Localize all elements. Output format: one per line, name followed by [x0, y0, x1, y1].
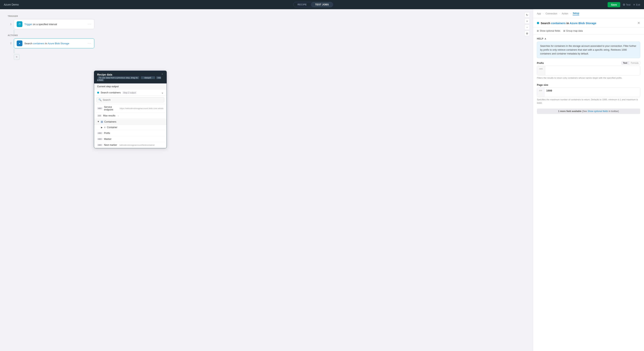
canvas-controls: ↻ + − ⊕: [524, 12, 530, 36]
prefix-type-tabs: Text Formula: [622, 61, 640, 65]
list-item[interactable]: ABC Service endpoint https://wktodevstor…: [94, 104, 166, 113]
page-size-input[interactable]: 1000: [544, 88, 640, 97]
main-layout: TRIGGER 1 ⏱ Trigger on a specified inter…: [0, 9, 644, 351]
recipe-search-box: 🔍: [94, 96, 166, 104]
list-item[interactable]: ABC Marker: [94, 136, 166, 142]
action-icon: ●: [17, 41, 22, 46]
panel-title-link[interactable]: containers: [551, 22, 566, 25]
item-name-prefix: Prefix: [104, 132, 110, 134]
prefix-text-tab[interactable]: Text: [622, 61, 629, 65]
item-name-container: Container: [107, 126, 117, 129]
item-name-service: Service endpoint: [104, 106, 118, 111]
list-item[interactable]: 123 Max results ↕: [94, 113, 166, 119]
connector-2: [14, 49, 14, 53]
tab-recipe[interactable]: RECIPE: [294, 2, 311, 7]
zoom-in-button[interactable]: +: [524, 19, 530, 24]
close-button[interactable]: ✕: [637, 21, 640, 25]
trigger-label: TRIGGER: [8, 15, 525, 17]
prefix-label-row: Prefix Text Formula: [537, 61, 640, 65]
item-name-marker: Marker: [104, 138, 112, 140]
refresh-button[interactable]: ↻: [524, 12, 530, 18]
prefix-formula-tab[interactable]: Formula: [629, 61, 640, 65]
topbar-actions: Save ✪ Test ✕ Exit: [608, 2, 640, 7]
current-step-label: Current step output: [94, 84, 166, 90]
close-icon: ✕: [633, 3, 635, 6]
show-optional-link[interactable]: ⊞ Show optional fields: [537, 30, 560, 32]
list-item[interactable]: ABC Next marker /wktodevstorageaccount/t…: [94, 142, 166, 148]
panel-dot: [537, 22, 539, 24]
group-map-link[interactable]: ⊞ Group map data: [563, 30, 583, 32]
recipe-panel-header-content: Recipe data To use data from a previous …: [97, 73, 161, 81]
panel-body: HELP ∧ Searches for containers in the st…: [533, 34, 644, 351]
action-step-row: 2 ● Search containers in Azure Blob Stor…: [8, 38, 525, 48]
item-sort-icon: ↕: [118, 115, 119, 117]
group-grid-icon: ▦: [100, 120, 103, 123]
help-section: HELP ∧ Searches for containers in the st…: [537, 38, 640, 58]
recipe-panel-title: Recipe data: [97, 73, 161, 76]
save-button[interactable]: Save: [608, 2, 620, 7]
workflow-canvas: TRIGGER 1 ⏱ Trigger on a specified inter…: [0, 9, 533, 351]
breadcrumb-setup[interactable]: Setup: [573, 12, 579, 15]
zoom-out-button[interactable]: −: [524, 25, 530, 30]
prefix-input[interactable]: [545, 66, 640, 75]
group-map-icon: ⊞: [563, 30, 565, 32]
page-size-label-row: Page size: [537, 84, 640, 86]
actions-label: ACTIONS: [8, 34, 525, 37]
item-name-max-results: Max results: [103, 114, 116, 117]
exit-link[interactable]: ✕ Exit: [633, 3, 640, 6]
prefix-field-section: Prefix Text Formula ABC Filters the resu…: [537, 61, 640, 80]
step-output-chevron: ⌄: [162, 91, 164, 94]
trigger-icon: ⏱: [17, 21, 22, 27]
action-step-text: Search containers in Azure Blob Storage: [24, 42, 86, 45]
step-output-row[interactable]: Search containers Step 2 output ⌄: [94, 90, 166, 96]
help-header[interactable]: HELP ∧: [537, 38, 640, 40]
panel-service-link[interactable]: Azure Blob Storage: [570, 22, 596, 25]
panel-title-text: Search containers in Azure Blob Storage: [541, 22, 596, 25]
breadcrumb-action[interactable]: Action: [562, 12, 568, 15]
containers-group-header[interactable]: ▼ ▦ Containers: [94, 119, 166, 125]
breadcrumb-app[interactable]: App: [537, 12, 541, 15]
breadcrumb-connection[interactable]: Connection: [546, 12, 557, 15]
step-output-left: Search containers Step 2 output: [97, 91, 137, 94]
trigger-link[interactable]: Trigger: [24, 23, 32, 26]
help-text: Searches for containers in the storage a…: [537, 42, 640, 58]
add-step-row: +: [14, 54, 525, 60]
trigger-step-row: 1 ⏱ Trigger on a specified interval ···: [8, 19, 525, 29]
action-service-link[interactable]: Azure Blob Storage: [48, 42, 69, 45]
more-fields-banner: 1 more field available (See Show optiona…: [537, 109, 640, 114]
prefix-label: Prefix: [537, 62, 544, 65]
show-optional-fields-link[interactable]: Show optional fields: [588, 110, 608, 113]
recipe-search-wrap: 🔍: [96, 97, 164, 102]
breadcrumb-arrow-3: →: [569, 12, 572, 15]
breadcrumb: App → Connection → Action → Setup: [533, 9, 644, 18]
page-size-field-section: Page size 123 1000 Specifies the maximum…: [537, 84, 640, 105]
app-name: Azure Demo: [4, 3, 19, 6]
type-badge-abc-next: ABC: [97, 144, 102, 146]
trigger-step-card[interactable]: ⏱ Trigger on a specified interval ···: [14, 19, 94, 29]
tab-test-jobs[interactable]: TEST JOBS: [311, 2, 333, 7]
test-link[interactable]: ✪ Test: [623, 3, 630, 6]
list-item[interactable]: ABC Prefix: [94, 130, 166, 136]
fit-view-button[interactable]: ⊕: [524, 31, 530, 36]
search-icon: 🔍: [98, 98, 102, 101]
step-num-2: 2: [8, 42, 12, 45]
type-badge-abc-marker: ABC: [97, 138, 102, 140]
panel-title: Search containers in Azure Blob Storage: [537, 22, 596, 25]
group-name-containers: Containers: [104, 120, 116, 123]
step-output-name: Search containers: [100, 91, 121, 94]
step-num-1: 1: [8, 23, 12, 26]
group-toggle-icon: ▼: [97, 120, 100, 123]
step-output-dot: [97, 92, 99, 94]
prefix-hint: Filters the results to return only conta…: [537, 76, 640, 80]
connector-1: [14, 30, 14, 34]
trigger-more-button[interactable]: ···: [88, 23, 92, 26]
trigger-step-text: Trigger on a specified interval: [24, 23, 86, 26]
recipe-panel-toggle[interactable]: ⌃: [161, 73, 164, 77]
add-step-button[interactable]: +: [14, 54, 20, 60]
action-more-button[interactable]: ···: [88, 42, 92, 45]
list-item[interactable]: ▶ ≡ Container: [94, 125, 166, 130]
recipe-search-input[interactable]: [103, 98, 162, 101]
right-panel: App → Connection → Action → Setup Search…: [533, 9, 644, 351]
action-link[interactable]: containers: [33, 42, 44, 45]
action-step-card[interactable]: ● Search containers in Azure Blob Storag…: [14, 38, 94, 48]
